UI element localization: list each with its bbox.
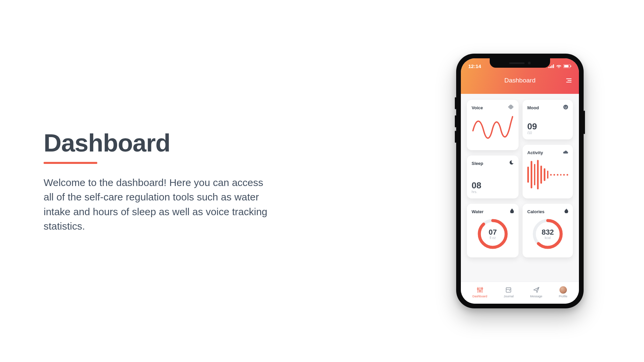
drop-icon bbox=[510, 208, 514, 215]
card-calories[interactable]: Calories 832 kcal bbox=[523, 204, 573, 257]
tab-profile[interactable]: Profile bbox=[559, 286, 568, 298]
card-activity-title: Activity bbox=[527, 150, 543, 155]
journal-icon bbox=[505, 286, 512, 294]
calories-value: 832 bbox=[542, 229, 554, 236]
activity-bars bbox=[527, 160, 568, 190]
card-voice[interactable]: Voice bbox=[467, 100, 519, 150]
sleep-unit: hrs. bbox=[472, 190, 481, 194]
svg-point-14 bbox=[566, 106, 567, 107]
status-time: 12:14 bbox=[468, 63, 481, 69]
svg-rect-3 bbox=[553, 64, 554, 68]
svg-point-23 bbox=[479, 290, 481, 292]
calories-unit: kcal bbox=[542, 236, 554, 240]
tab-message-label: Message bbox=[530, 295, 542, 298]
water-value: 07 bbox=[489, 229, 497, 236]
page-title: Dashboard bbox=[44, 129, 272, 157]
card-water-title: Water bbox=[472, 209, 484, 214]
card-water[interactable]: Water 07 fl oz bbox=[467, 204, 519, 257]
mood-unit: /10 bbox=[527, 131, 537, 135]
header-title: Dashboard bbox=[504, 77, 536, 84]
smile-icon bbox=[563, 105, 568, 111]
menu-icon[interactable] bbox=[566, 78, 572, 82]
svg-point-27 bbox=[509, 290, 510, 291]
battery-icon bbox=[564, 63, 572, 69]
svg-point-22 bbox=[477, 288, 479, 290]
sleep-value: 08 bbox=[472, 181, 481, 190]
svg-rect-1 bbox=[550, 66, 551, 68]
tab-journal-label: Journal bbox=[504, 295, 514, 298]
tab-journal[interactable]: Journal bbox=[504, 286, 514, 298]
card-mood[interactable]: Mood 09 /10 bbox=[523, 100, 573, 139]
card-calories-title: Calories bbox=[527, 209, 544, 214]
tab-profile-label: Profile bbox=[559, 295, 568, 298]
phone-notch bbox=[490, 58, 550, 68]
card-sleep-title: Sleep bbox=[472, 161, 483, 166]
paper-plane-icon bbox=[533, 286, 540, 294]
page-description: Welcome to the dashboard! Here you can a… bbox=[44, 175, 272, 234]
moon-icon bbox=[509, 160, 514, 166]
water-unit: fl oz bbox=[489, 236, 497, 240]
wifi-icon bbox=[556, 63, 561, 69]
phone-mockup: 12:14 Dashboard bbox=[456, 54, 584, 308]
svg-rect-5 bbox=[564, 65, 569, 67]
voice-waveline bbox=[472, 115, 514, 145]
svg-rect-2 bbox=[551, 65, 552, 68]
sliders-icon bbox=[477, 286, 483, 294]
tab-message[interactable]: Message bbox=[530, 286, 542, 298]
avatar bbox=[559, 286, 567, 294]
mood-value: 09 bbox=[527, 122, 537, 131]
tab-dashboard-label: Dashboard bbox=[473, 295, 487, 298]
svg-point-12 bbox=[564, 105, 568, 110]
tab-dashboard[interactable]: Dashboard bbox=[473, 286, 487, 298]
card-mood-title: Mood bbox=[527, 105, 539, 110]
flame-icon bbox=[565, 208, 568, 215]
waveform-icon bbox=[508, 105, 514, 111]
card-voice-title: Voice bbox=[472, 105, 483, 110]
card-activity[interactable]: Activity bbox=[523, 145, 573, 198]
card-sleep[interactable]: Sleep 08 hrs. bbox=[467, 156, 519, 198]
svg-point-24 bbox=[481, 288, 483, 289]
tab-bar: Dashboard Journal Message Profile bbox=[461, 282, 579, 304]
text-section: Dashboard Welcome to the dashboard! Here… bbox=[44, 129, 272, 234]
shoe-icon bbox=[563, 149, 568, 156]
svg-rect-25 bbox=[506, 288, 511, 292]
heading-underline bbox=[44, 162, 97, 164]
svg-rect-6 bbox=[571, 65, 571, 67]
svg-point-13 bbox=[565, 106, 565, 107]
svg-rect-0 bbox=[548, 67, 549, 68]
phone-screen: 12:14 Dashboard bbox=[461, 58, 579, 304]
